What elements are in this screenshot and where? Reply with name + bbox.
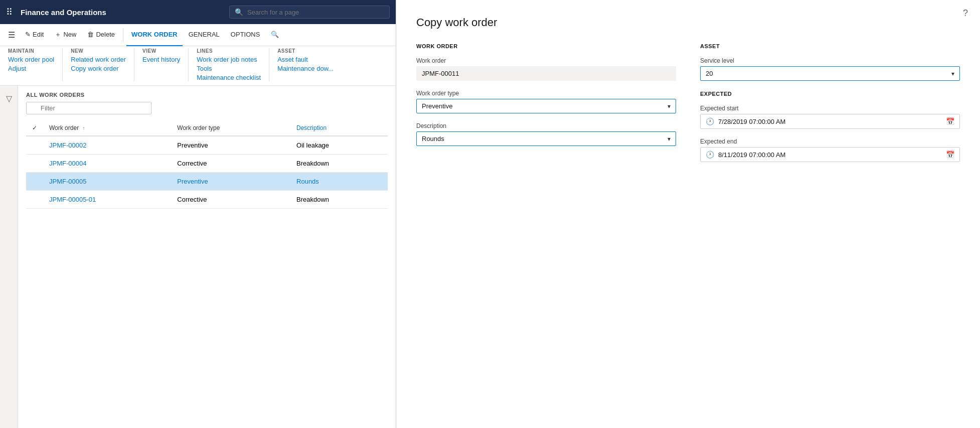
ribbon-adjust[interactable]: Adjust [8,65,54,72]
general-tab[interactable]: GENERAL [184,24,225,46]
work-order-field-group: Work order JPMF-00011 [416,57,676,81]
table-row[interactable]: JPMF-00005 Preventive Rounds [26,173,388,191]
toolbar: ☰ ✎ Edit ＋ New 🗑 Delete WORK ORDER GENER… [0,24,396,46]
description-dropdown[interactable]: Rounds ▾ [416,131,676,146]
hamburger-button[interactable]: ☰ [4,28,19,42]
toolbar-separator [123,28,123,42]
expected-start-date-field[interactable]: 🕐 7/28/2019 07:00:00 AM 📅 [700,114,960,129]
expected-end-value: 8/11/2019 07:00:00 AM [718,151,942,159]
ribbon-group-maintain: MAINTAIN Work order pool Adjust [8,48,63,81]
filter-wrapper: 🔍 [26,102,151,114]
ribbon-work-order-job-notes[interactable]: Work order job notes [197,56,261,63]
expected-end-label: Expected end [700,138,960,145]
ribbon-copy-work-order[interactable]: Copy work order [71,65,126,72]
main-content: ALL WORK ORDERS 🔍 ✓ Work order ↑ Work or… [18,86,396,428]
ribbon-maintenance-checklist[interactable]: Maintenance checklist [197,74,261,81]
check-col-header: ✓ [26,120,43,136]
section-title: ALL WORK ORDERS [26,92,388,98]
ribbon-group-asset: ASSET Asset fault Maintenance dow... [277,48,342,81]
description-col-header[interactable]: Description [290,120,388,136]
work-order-label: Work order [416,57,676,64]
toolbar-search-icon: 🔍 [271,31,279,38]
ribbon-tools[interactable]: Tools [197,65,261,72]
ribbon-related-work-order[interactable]: Related work order [71,56,126,63]
work-order-type-field-group: Work order type Preventive ▾ [416,90,676,113]
description-field-group: Description Rounds ▾ [416,122,676,146]
row-work-order-id[interactable]: JPMF-00005 [43,173,171,191]
ribbon-group-lines: LINES Work order job notes Tools Mainten… [197,48,269,81]
search-icon: 🔍 [235,8,243,16]
service-level-dropdown-arrow: ▾ [951,70,954,77]
top-nav-bar: ⠿ Finance and Operations 🔍 [0,0,396,24]
work-order-type-dropdown[interactable]: Preventive ▾ [416,99,676,113]
ribbon-asset-fault[interactable]: Asset fault [277,56,334,63]
row-work-order-id[interactable]: JPMF-00002 [43,136,171,155]
right-panel: Copy work order WORK ORDER Work order JP… [396,0,980,428]
work-order-section-header: WORK ORDER [416,43,676,49]
ribbon: MAINTAIN Work order pool Adjust NEW Rela… [0,46,396,86]
row-description: Breakdown [290,155,388,173]
row-check [26,191,43,209]
app-title: Finance and Operations [21,8,221,17]
expected-end-calendar-icon[interactable]: 📅 [946,151,954,159]
ribbon-group-view: VIEW Event history [142,48,189,81]
table-row[interactable]: JPMF-00005-01 Corrective Breakdown [26,191,388,209]
plus-icon: ＋ [55,30,61,39]
expected-start-value: 7/28/2019 07:00:00 AM [718,118,942,125]
delete-button[interactable]: 🗑 Delete [82,24,120,46]
search-input[interactable] [247,9,358,16]
filter-input[interactable] [26,102,151,114]
table-row[interactable]: JPMF-00002 Preventive Oil leakage [26,136,388,155]
options-tab[interactable]: OPTIONS [226,24,265,46]
new-button[interactable]: ＋ New [50,24,81,46]
ribbon-work-order-pool[interactable]: Work order pool [8,56,54,63]
row-description: Oil leakage [290,136,388,155]
row-work-order-id[interactable]: JPMF-00004 [43,155,171,173]
row-description: Rounds [290,173,388,191]
help-icon[interactable]: ? [963,8,968,19]
service-level-field-group: Service level 20 ▾ [700,57,960,81]
work-order-type-dropdown-arrow: ▾ [668,103,671,110]
row-check [26,136,43,155]
work-order-tab[interactable]: WORK ORDER [126,24,183,46]
filter-icon[interactable]: ▽ [2,90,16,107]
row-work-order-type: Corrective [171,155,290,173]
expected-section-header: EXPECTED [700,91,960,97]
expected-start-label: Expected start [700,105,960,112]
filter-bar: 🔍 [26,102,388,114]
row-check [26,155,43,173]
row-work-order-id[interactable]: JPMF-00005-01 [43,191,171,209]
service-level-label: Service level [700,57,960,64]
expected-start-clock-icon: 🕐 [706,117,714,125]
ribbon-event-history[interactable]: Event history [142,56,180,63]
work-order-type-col-header[interactable]: Work order type [171,120,290,136]
search-button[interactable]: 🔍 [266,24,284,46]
sidebar: ▽ [0,86,18,428]
asset-section-header: ASSET [700,43,960,49]
expected-end-date-field[interactable]: 🕐 8/11/2019 07:00:00 AM 📅 [700,147,960,162]
waffle-icon[interactable]: ⠿ [6,7,13,18]
expected-start-field-group: Expected start 🕐 7/28/2019 07:00:00 AM 📅 [700,105,960,129]
ribbon-maintenance-dow[interactable]: Maintenance dow... [277,65,334,72]
panel-title: Copy work order [416,16,960,29]
work-order-type-dropdown-value: Preventive [422,102,452,110]
description-dropdown-arrow: ▾ [668,135,671,142]
row-work-order-type: Preventive [171,136,290,155]
row-check [26,173,43,191]
search-bar[interactable]: 🔍 [229,6,390,19]
description-label: Description [416,122,676,129]
expected-start-calendar-icon[interactable]: 📅 [946,117,954,125]
row-description: Breakdown [290,191,388,209]
expected-end-field-group: Expected end 🕐 8/11/2019 07:00:00 AM 📅 [700,138,960,162]
work-orders-table: ✓ Work order ↑ Work order type Descripti… [26,120,388,209]
row-work-order-type: Preventive [171,173,290,191]
expected-end-clock-icon: 🕐 [706,151,714,159]
work-order-value: JPMF-00011 [416,66,676,81]
description-dropdown-value: Rounds [422,135,444,142]
work-order-col-header[interactable]: Work order ↑ [43,120,171,136]
service-level-dropdown[interactable]: 20 ▾ [700,66,960,81]
table-row[interactable]: JPMF-00004 Corrective Breakdown [26,155,388,173]
service-level-dropdown-value: 20 [706,70,713,77]
edit-button[interactable]: ✎ Edit [20,24,49,46]
edit-icon: ✎ [25,31,31,38]
